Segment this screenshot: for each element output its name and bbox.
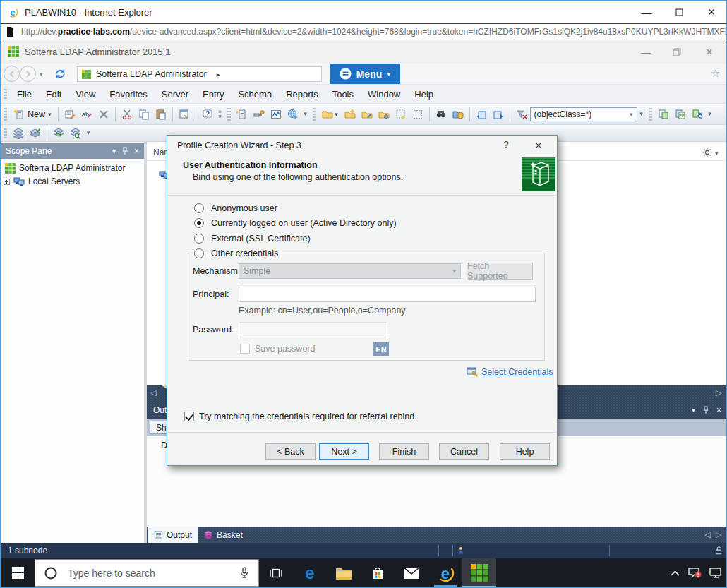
app-close-button[interactable]: × [694,40,725,64]
radio-circle[interactable] [194,234,204,244]
principal-input[interactable] [239,287,536,302]
chart-icon[interactable] [268,106,284,123]
cut-icon[interactable] [119,106,136,123]
rename-icon[interactable]: ab [78,106,95,123]
microphone-icon[interactable] [239,567,250,580]
filter-clear-icon[interactable] [513,106,530,123]
app-address-bar[interactable]: Softerra LDAP Administrator ▸ [77,66,322,82]
referral-rebind-checkbox[interactable]: Try matching the credentials required fo… [184,412,417,421]
refresh-icon[interactable] [54,68,66,80]
paste-icon[interactable] [152,106,169,123]
next-button[interactable]: Next > [319,443,369,460]
new-entry-button[interactable]: New ▾ [10,109,55,120]
globe-icon[interactable] [284,106,301,123]
edit-entry-icon[interactable] [61,106,78,123]
close-icon[interactable]: × [134,146,139,156]
import-entries-icon[interactable] [672,106,689,123]
dialog-close-button[interactable]: × [531,139,546,151]
file-explorer-icon[interactable] [327,558,361,587]
mail-icon[interactable] [395,558,428,587]
layers-search-icon[interactable] [67,125,84,142]
radio-circle[interactable] [194,218,204,228]
connect-icon[interactable] [251,106,268,123]
back-button[interactable]: < Back [265,443,316,460]
tabs-scroll-left-icon[interactable]: ◁ [704,530,710,539]
menu-file[interactable]: File [10,89,39,100]
menu-entry[interactable]: Entry [196,89,231,100]
toolbar-overflow[interactable]: ▾ [637,112,646,116]
address-caret-icon[interactable]: ▸ [217,71,220,78]
menu-help[interactable]: Help [407,89,440,100]
toolbar-overflow[interactable]: ▾ [84,131,92,136]
expand-icon[interactable] [4,179,10,185]
tray-chevron-icon[interactable] [666,558,684,587]
properties-icon[interactable] [176,106,193,123]
radio-other-credentials[interactable]: Other credentials [194,248,280,259]
pin-icon[interactable] [702,406,709,414]
layers-icon[interactable] [10,125,27,142]
app-minimize-button[interactable]: — [630,40,661,64]
layers-refresh-icon[interactable] [50,125,67,142]
menu-server[interactable]: Server [155,89,196,100]
select-region-icon[interactable] [409,106,426,123]
gear-icon[interactable] [702,148,712,157]
search-icon[interactable] [433,106,450,123]
help-button[interactable]: Help [500,443,550,460]
menu-button[interactable]: Menu ▾ [330,64,400,84]
radio-circle[interactable] [194,248,204,258]
open-profile-icon[interactable] [342,106,359,123]
scope-dropdown-icon[interactable]: ▾ [112,148,116,155]
edge-taskbar-icon[interactable]: e [293,558,327,587]
favorites-star-icon[interactable]: ☆ [711,67,720,80]
select-credentials-link[interactable]: Select Credentials [467,366,553,378]
action-center-icon[interactable] [684,558,705,587]
start-button[interactable] [1,558,35,587]
language-badge[interactable]: EN [373,342,389,356]
tree-item-local-servers[interactable]: Local Servers [4,176,144,187]
window-next-icon[interactable] [490,106,507,123]
ie-taskbar-icon[interactable]: e [428,558,462,587]
close-icon[interactable]: × [716,405,721,415]
toolbar-overflow[interactable]: »▾ [216,109,224,119]
tabs-scroll-right-icon[interactable]: ▷ [716,530,721,539]
menu-schema[interactable]: Schema [231,89,279,100]
menu-window[interactable]: Window [361,89,407,100]
layers-check-icon[interactable] [27,125,44,142]
delete-icon[interactable] [95,106,112,123]
ie-maximize-button[interactable] [663,1,695,23]
pin-icon[interactable] [121,147,128,155]
window-prev-icon[interactable] [473,106,490,123]
toolbar-overflow[interactable]: ▾ [301,112,310,116]
tab-output[interactable]: Output [148,527,198,543]
menu-favorites[interactable]: Favorites [102,89,154,100]
taskbar-search[interactable]: Type here to search [35,559,259,587]
menu-edit[interactable]: Edit [39,89,68,100]
ldap-taskbar-icon[interactable] [462,558,496,587]
filter-combobox[interactable]: (objectClass=*) ▾ [530,107,637,121]
task-view-button[interactable] [259,558,293,587]
toolbar-overflow[interactable]: ▾ [706,112,714,116]
new-profile-icon[interactable] [392,106,409,123]
ie-close-button[interactable]: × [695,1,727,23]
nav-back-button[interactable] [4,66,20,82]
menu-tools[interactable]: Tools [325,89,361,100]
menu-view[interactable]: View [68,89,102,100]
app-restore-button[interactable] [661,40,692,64]
finish-button[interactable]: Finish [379,443,429,460]
cancel-button[interactable]: Cancel [439,443,489,460]
scope-pane[interactable]: Softerra LDAP Administrator Local Server… [1,159,144,543]
open-folder-button[interactable]: ▾ [319,106,342,123]
menu-reports[interactable]: Reports [279,89,325,100]
scroll-left-icon[interactable]: ◁ [150,388,156,397]
store-icon[interactable] [361,558,395,587]
radio-external-ssl[interactable]: External (SSL Certificate) [194,233,313,244]
export-entries-icon[interactable] [655,106,672,123]
sync-entries-icon[interactable] [689,106,706,123]
scroll-right-icon[interactable]: ▷ [716,388,721,397]
copy-icon[interactable] [136,106,152,123]
tab-basket[interactable]: Basket [198,527,248,543]
edit-profile-icon[interactable] [359,106,375,123]
radio-circle[interactable] [194,203,204,213]
dialog-help-button[interactable]: ? [499,139,513,150]
output-dropdown-icon[interactable]: ▾ [692,406,695,414]
